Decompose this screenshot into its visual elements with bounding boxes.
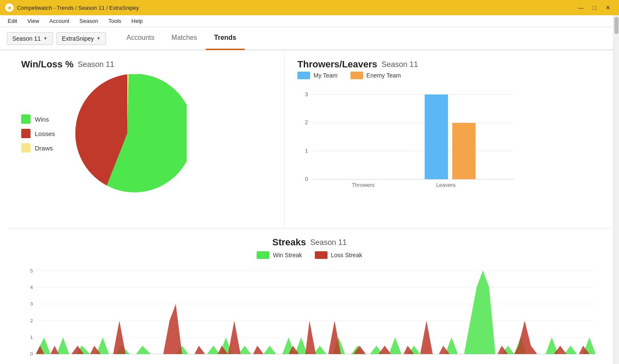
enemyteam-label: Enemy Team (367, 72, 401, 79)
streaks-title-text: Streaks (272, 237, 306, 248)
title-bar: ◆ Competiwatch - Trends / Season 11 / Ex… (0, 0, 619, 15)
bar-chart-svg: 0 1 2 3 Throwers (297, 86, 518, 188)
legend-losses: Losses (21, 129, 55, 138)
menu-account[interactable]: Account (45, 17, 73, 25)
throwers-panel: Throwers/Leavers Season 11 My Team Enemy… (284, 50, 611, 228)
legend-draws: Draws (21, 143, 55, 153)
menu-bar: Edit View Account Season Tools Help (0, 15, 619, 27)
y-label-2: 2 (305, 119, 308, 125)
streaks-subtitle: Season 11 (310, 238, 347, 247)
menu-help[interactable]: Help (127, 17, 147, 25)
toolbar: Season 11 ▼ ExtraSnipey ▼ Accounts Match… (0, 27, 619, 50)
throwers-title-text: Throwers/Leavers (297, 59, 377, 70)
bar-legend-enemyteam: Enemy Team (350, 72, 401, 79)
legend-wins: Wins (21, 114, 55, 124)
streak-legend-win: Win Streak (257, 251, 302, 259)
pie-chart (68, 74, 187, 193)
leavers-enemyteam-bar (452, 123, 476, 179)
scrollbar-thumb[interactable] (614, 17, 619, 34)
tab-navigation: Accounts Matches Trends (118, 27, 245, 50)
menu-view[interactable]: View (23, 17, 43, 25)
top-charts-row: Win/Loss % Season 11 Wins Losses Draws (8, 50, 611, 228)
window-title: Competiwatch - Trends / Season 11 / Extr… (17, 5, 139, 11)
close-button[interactable]: ✕ (602, 3, 614, 12)
main-content: Win/Loss % Season 11 Wins Losses Draws (0, 50, 619, 364)
loss-streak-label: Loss Streak (331, 252, 362, 258)
win-streak-label: Win Streak (273, 252, 302, 258)
x-label-throwers: Throwers (352, 182, 375, 188)
season-dropdown[interactable]: Season 11 ▼ (7, 32, 53, 45)
bar-chart-area: 0 1 2 3 Throwers (297, 86, 518, 188)
win-streak-swatch (257, 251, 269, 259)
loss-streak-area (36, 304, 598, 354)
minimize-button[interactable]: — (575, 3, 587, 12)
x-label-leavers: Leavers (436, 182, 456, 188)
y-label-1: 1 (305, 147, 308, 154)
y-label-3: 3 (305, 91, 308, 97)
svg-text:3: 3 (30, 301, 33, 307)
pie-legend: Wins Losses Draws (21, 114, 55, 153)
winloss-title-text: Win/Loss % (21, 59, 73, 70)
losses-label: Losses (35, 130, 55, 137)
myteam-label: My Team (314, 72, 338, 79)
winloss-subtitle: Season 11 (78, 60, 114, 69)
svg-text:5: 5 (30, 268, 33, 274)
svg-text:1: 1 (30, 334, 33, 340)
account-dropdown-arrow: ▼ (96, 36, 101, 41)
y-label-0: 0 (305, 176, 308, 182)
menu-tools[interactable]: Tools (104, 17, 125, 25)
tab-accounts[interactable]: Accounts (118, 27, 163, 50)
pie-svg (68, 74, 187, 193)
streaks-section: Streaks Season 11 Win Streak Loss Streak… (8, 228, 611, 364)
throwers-subtitle: Season 11 (381, 60, 418, 69)
svg-text:4: 4 (30, 284, 33, 290)
wins-label: Wins (35, 116, 49, 123)
svg-text:0: 0 (30, 351, 33, 357)
bar-legend-myteam: My Team (297, 72, 338, 79)
account-label: ExtraSnipey (62, 35, 94, 42)
maximize-button[interactable]: □ (588, 3, 600, 12)
streaks-legend: Win Streak Loss Streak (21, 251, 598, 259)
svg-text:2: 2 (30, 318, 33, 324)
draws-swatch (21, 143, 31, 153)
account-dropdown[interactable]: ExtraSnipey ▼ (56, 32, 106, 45)
season-dropdown-arrow: ▼ (43, 36, 48, 41)
streaks-svg: 0 1 2 3 4 5 (21, 266, 598, 363)
menu-season[interactable]: Season (75, 17, 102, 25)
bar-legend: My Team Enemy Team (297, 72, 598, 79)
streak-legend-loss: Loss Streak (315, 251, 362, 259)
streaks-chart: 0 1 2 3 4 5 (21, 266, 598, 363)
scrollbar[interactable] (613, 15, 619, 364)
leavers-myteam-bar (425, 94, 448, 179)
app-icon: ◆ (5, 3, 14, 12)
draws-label: Draws (35, 144, 53, 152)
throwers-title: Throwers/Leavers Season 11 (297, 59, 598, 70)
menu-edit[interactable]: Edit (3, 17, 21, 25)
season-label: Season 11 (12, 35, 41, 42)
winloss-title: Win/Loss % Season 11 (21, 59, 272, 70)
winloss-panel: Win/Loss % Season 11 Wins Losses Draws (8, 50, 284, 228)
tab-trends[interactable]: Trends (206, 27, 245, 50)
wins-swatch (21, 114, 31, 124)
enemyteam-swatch (350, 72, 363, 79)
tab-matches[interactable]: Matches (163, 27, 205, 50)
losses-swatch (21, 129, 31, 138)
loss-streak-swatch (315, 251, 328, 259)
pie-container: Wins Losses Draws (21, 74, 272, 193)
streaks-title: Streaks Season 11 (21, 237, 598, 248)
myteam-swatch (297, 72, 310, 79)
